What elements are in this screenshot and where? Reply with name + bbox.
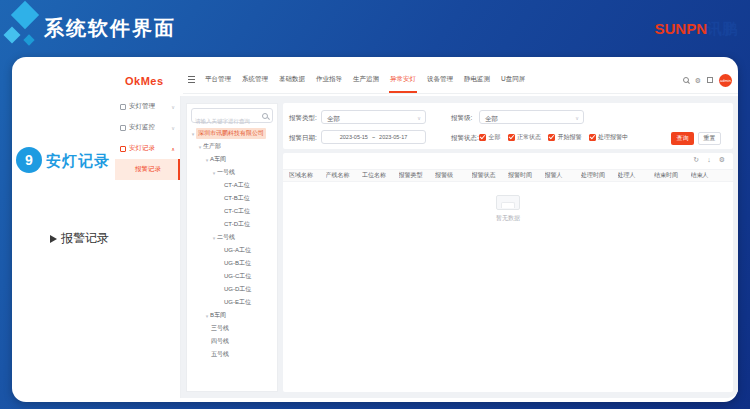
- settings-icon[interactable]: ⚙: [695, 77, 701, 84]
- tree-node[interactable]: UG-B工位: [187, 257, 277, 270]
- alarm-level-select[interactable]: 全部 ∨: [479, 110, 584, 124]
- checkbox-checked-icon: [479, 134, 486, 141]
- date-separator: ~: [372, 134, 375, 140]
- app-screenshot: OkMes 平台管理 系统管理 基础数据 作业指导 生产追溯 异常安灯 设备管理…: [115, 66, 738, 398]
- table-column-header: 报警类型: [399, 171, 436, 180]
- tree-node[interactable]: 四号线: [187, 335, 277, 348]
- checkbox-normal-status[interactable]: 正常状态: [508, 133, 542, 142]
- nav-screen-sync[interactable]: U盘同屏: [500, 66, 526, 93]
- section-title: 安灯记录: [46, 152, 110, 171]
- tree-node-label: 二号线: [217, 233, 235, 242]
- tree-node[interactable]: CT-B工位: [187, 192, 277, 205]
- tree-node[interactable]: CT-C工位: [187, 205, 277, 218]
- tree-node[interactable]: ▾二号线: [187, 231, 277, 244]
- tree-node[interactable]: UG-A工位: [187, 244, 277, 257]
- brand-sunpn-text: SUNPN: [654, 20, 707, 37]
- table-column-header: 区域名称: [289, 171, 326, 180]
- tree-node[interactable]: ▾B车间: [187, 309, 277, 322]
- brand-xunpeng-text: 讯鹏: [707, 20, 737, 37]
- sidebar-item-andon-records[interactable]: 安灯记录 ∧: [115, 138, 180, 159]
- search-icon[interactable]: [683, 77, 689, 83]
- filter-panel: 报警类型: 全部 ∨ 报警级: 全部 ∨ 报警日期: 2023-05-15 ~: [283, 103, 733, 149]
- table-column-header: 报警级: [435, 171, 472, 180]
- nav-work-instruction[interactable]: 作业指导: [315, 66, 343, 93]
- nav-equipment-management[interactable]: 设备管理: [426, 66, 454, 93]
- tree-node[interactable]: UG-E工位: [187, 296, 277, 309]
- arrow-right-icon: [50, 235, 57, 243]
- tree-node[interactable]: ▾一号线: [187, 166, 277, 179]
- andon-records-icon: [120, 146, 126, 152]
- alarm-date-range[interactable]: 2023-05-15 ~ 2023-05-17: [321, 130, 426, 144]
- checkbox-alarm-handling[interactable]: 处理报警中: [589, 133, 629, 142]
- tree-node-label: CT-D工位: [224, 220, 250, 229]
- avatar[interactable]: admin: [719, 74, 732, 87]
- reset-button[interactable]: 重置: [698, 132, 721, 145]
- checkbox-all[interactable]: 全部: [479, 133, 501, 142]
- tree-node[interactable]: 三号线: [187, 322, 277, 335]
- alarm-status-label: 报警状态:: [451, 134, 479, 143]
- topbar-actions: ⚙ admin: [683, 66, 732, 94]
- query-button[interactable]: 查询: [671, 132, 694, 145]
- table-column-header: 结束时间: [654, 171, 691, 180]
- tree-node[interactable]: CT-A工位: [187, 179, 277, 192]
- refresh-icon[interactable]: ↻: [693, 156, 699, 163]
- tree-node[interactable]: ▾A车间: [187, 153, 277, 166]
- tree-node[interactable]: UG-C工位: [187, 270, 277, 283]
- table-column-header: 处理人: [618, 171, 655, 180]
- chevron-down-icon: ∨: [171, 125, 175, 131]
- nav-platform-management[interactable]: 平台管理: [204, 66, 232, 93]
- tree-node-label: A车间: [210, 155, 226, 164]
- tree-node-label: 四号线: [211, 337, 229, 346]
- select-value: 全部: [327, 115, 340, 124]
- table-column-header: 结束人: [691, 171, 728, 180]
- tree-node[interactable]: CT-D工位: [187, 218, 277, 231]
- search-icon: [262, 113, 268, 119]
- andon-management-icon: [120, 104, 126, 110]
- tree-node-label: 一号线: [217, 168, 235, 177]
- empty-state: 暂无数据: [283, 195, 733, 223]
- tree-node[interactable]: UG-D工位: [187, 283, 277, 296]
- download-icon[interactable]: ↓: [707, 156, 711, 163]
- nav-abnormal-andon[interactable]: 异常安灯: [389, 66, 417, 93]
- tree-node-label: 三号线: [211, 324, 229, 333]
- checkbox-alarm-started[interactable]: 开始报警: [548, 133, 582, 142]
- app-content: ▾深圳市讯鹏科技有限公司 ▾生产部 ▾A车间 ▾一号线 CT-A工位 CT-B工…: [181, 96, 738, 398]
- tree-search-input[interactable]: [192, 115, 272, 128]
- app-logo: OkMes: [125, 75, 164, 87]
- sidebar-item-andon-monitor[interactable]: 安灯监控 ∨: [115, 117, 180, 138]
- sidebar-item-label: 安灯管理: [129, 102, 155, 111]
- table-header-row: 区域名称 产线名称 工位名称 报警类型 报警级 报警状态 报警时间 报警人 处理…: [283, 169, 733, 182]
- tree-node-label: CT-C工位: [224, 207, 250, 216]
- tree-node-company[interactable]: ▾深圳市讯鹏科技有限公司: [187, 127, 277, 140]
- fullscreen-icon[interactable]: [707, 77, 713, 83]
- alarm-type-select[interactable]: 全部 ∨: [321, 110, 426, 124]
- table-column-header: 报警时间: [508, 171, 545, 180]
- sidebar-item-alarm-records[interactable]: 报警记录: [115, 159, 180, 180]
- tree-node[interactable]: ▾生产部: [187, 140, 277, 153]
- sidebar-item-label: 安灯记录: [129, 144, 155, 153]
- chevron-down-icon: ∨: [171, 104, 175, 110]
- tree-node-label: UG-D工位: [224, 285, 251, 294]
- tree-node[interactable]: 五号线: [187, 348, 277, 361]
- alarm-level-label: 报警级:: [451, 114, 472, 123]
- tree-node-label: CT-A工位: [224, 181, 250, 190]
- table-column-header: 工位名称: [362, 171, 399, 180]
- sidebar-item-label: 安灯监控: [129, 123, 155, 132]
- menu-icon[interactable]: [188, 75, 195, 84]
- nav-basic-data[interactable]: 基础数据: [278, 66, 306, 93]
- nav-system-management[interactable]: 系统管理: [241, 66, 269, 93]
- app-sidebar: 安灯管理 ∨ 安灯监控 ∨ 安灯记录 ∧ 报警记录: [115, 96, 181, 398]
- checkbox-checked-icon: [548, 134, 555, 141]
- logo-diamond-icon: [11, 1, 39, 29]
- date-end: 2023-05-17: [379, 134, 407, 140]
- tree-node-label: UG-E工位: [224, 298, 251, 307]
- tree-search: [191, 108, 273, 123]
- nav-production-trace[interactable]: 生产追溯: [352, 66, 380, 93]
- alarm-type-label: 报警类型:: [289, 114, 317, 123]
- sidebar-item-andon-management[interactable]: 安灯管理 ∨: [115, 96, 180, 117]
- tree-node-label: 深圳市讯鹏科技有限公司: [196, 128, 266, 139]
- sidebar-subitem-label: 报警记录: [135, 165, 161, 174]
- column-settings-icon[interactable]: ⚙: [719, 156, 725, 163]
- nav-esd-monitor[interactable]: 静电监测: [463, 66, 491, 93]
- table-toolbar: ↻ ↓ ⚙: [693, 156, 725, 163]
